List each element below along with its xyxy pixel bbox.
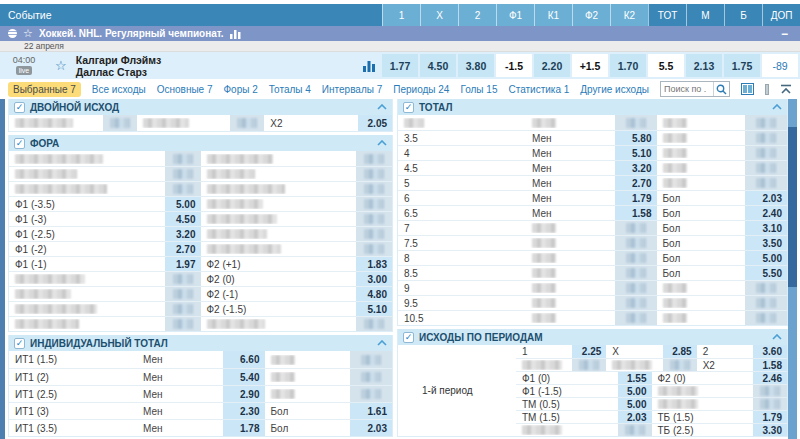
odd-value[interactable]: [745, 296, 787, 310]
odd-value[interactable]: [103, 115, 137, 131]
odd-value[interactable]: [356, 167, 392, 181]
odd-value[interactable]: [165, 272, 201, 286]
odd-value[interactable]: 4.80: [356, 287, 392, 301]
chevron-up-icon[interactable]: [377, 104, 387, 110]
match-odd-cell[interactable]: 4.50: [420, 54, 456, 77]
match-odd-cell[interactable]: -1.5: [496, 54, 532, 77]
odd-value[interactable]: 2.25: [572, 345, 606, 358]
odd-value[interactable]: [745, 176, 787, 190]
odd-value[interactable]: 5.80: [615, 131, 657, 145]
odd-value[interactable]: 2.70: [615, 176, 657, 190]
odd-value[interactable]: 2.30: [223, 403, 265, 419]
odd-value[interactable]: [615, 281, 657, 295]
match-teams[interactable]: Калгари Флэймз Даллас Старз: [76, 54, 162, 78]
search-icon[interactable]: [713, 82, 729, 96]
odd-value[interactable]: 3.20: [615, 161, 657, 175]
odd-value[interactable]: 6.60: [223, 351, 265, 368]
odd-value[interactable]: [618, 424, 652, 436]
odd-value[interactable]: [356, 227, 392, 241]
odd-value[interactable]: [572, 359, 606, 371]
odd-value[interactable]: [615, 236, 657, 250]
odd-value[interactable]: [745, 281, 787, 295]
odd-value[interactable]: 3.20: [165, 227, 201, 241]
odd-value[interactable]: [615, 266, 657, 280]
odd-value[interactable]: 5.50: [745, 266, 787, 280]
odd-value[interactable]: [350, 351, 392, 368]
match-odd-cell[interactable]: 5.5: [648, 54, 684, 77]
odd-value[interactable]: 3.10: [745, 221, 787, 235]
odd-value[interactable]: 5.10: [615, 146, 657, 160]
odd-value[interactable]: 1.79: [615, 191, 657, 205]
match-row[interactable]: 04:00 live ☆ Калгари Флэймз Даллас Старз…: [0, 52, 800, 79]
section-checkbox[interactable]: ✓: [14, 102, 25, 113]
odd-value[interactable]: 3.00: [356, 272, 392, 286]
scrollbar-thumb[interactable]: [788, 127, 797, 287]
odd-value[interactable]: [350, 369, 392, 385]
odd-value[interactable]: 1.79: [753, 411, 787, 423]
league-favorite-star-icon[interactable]: ☆: [23, 28, 33, 39]
odd-value[interactable]: [165, 182, 201, 196]
odd-value[interactable]: [356, 197, 392, 211]
odd-value[interactable]: 5.00: [618, 398, 652, 410]
odd-value[interactable]: [615, 311, 657, 325]
odd-value[interactable]: [753, 398, 787, 410]
match-stats-icon[interactable]: [363, 60, 375, 72]
odd-value[interactable]: [356, 212, 392, 226]
odd-value[interactable]: 1.83: [356, 257, 392, 271]
match-odd-cell[interactable]: 2.13: [686, 54, 722, 77]
odd-value[interactable]: [356, 317, 392, 331]
chevron-up-icon[interactable]: [772, 104, 782, 110]
section-checkbox[interactable]: ✓: [403, 102, 414, 113]
odd-value[interactable]: 4.50: [165, 212, 201, 226]
odd-value[interactable]: [615, 296, 657, 310]
odd-value[interactable]: 2.46: [753, 372, 787, 384]
odd-value[interactable]: 1.61: [350, 403, 392, 419]
odd-value[interactable]: [165, 302, 201, 316]
odd-value[interactable]: 3.30: [753, 424, 787, 436]
odd-value[interactable]: [663, 359, 697, 371]
chevron-up-icon[interactable]: [772, 334, 782, 340]
odd-value[interactable]: [350, 386, 392, 402]
odd-value[interactable]: 1.97: [165, 257, 201, 271]
odd-value[interactable]: [356, 242, 392, 256]
match-odd-cell[interactable]: +1.5: [572, 54, 608, 77]
match-odd-cell[interactable]: 2.20: [534, 54, 570, 77]
odd-value[interactable]: 1.58: [753, 359, 787, 371]
match-odd-cell[interactable]: 1.77: [382, 54, 418, 77]
odd-value[interactable]: 1.58: [615, 206, 657, 220]
odd-value[interactable]: 5.10: [356, 302, 392, 316]
odd-value[interactable]: [745, 146, 787, 160]
search-input[interactable]: [661, 84, 713, 94]
odd-value[interactable]: [165, 167, 201, 181]
market-tab[interactable]: Основные 7: [157, 84, 213, 95]
odd-value[interactable]: [753, 385, 787, 397]
match-odd-cell[interactable]: 1.70: [610, 54, 646, 77]
two-column-view-icon[interactable]: [741, 83, 754, 95]
odd-value[interactable]: 2.90: [223, 386, 265, 402]
match-favorite-star-icon[interactable]: ☆: [55, 59, 67, 72]
section-checkbox[interactable]: ✓: [403, 332, 414, 343]
odd-value[interactable]: [615, 221, 657, 235]
section-checkbox[interactable]: ✓: [14, 138, 25, 149]
odd-value[interactable]: 3.60: [753, 345, 787, 358]
odd-value[interactable]: 2.03: [618, 411, 652, 423]
odd-value[interactable]: [356, 151, 392, 166]
market-tab[interactable]: Форы 2: [224, 84, 258, 95]
odd-value[interactable]: 1.55: [618, 372, 652, 384]
market-tab[interactable]: Периоды 24: [393, 84, 449, 95]
other-outcomes-link[interactable]: Другие исходы: [580, 84, 649, 95]
match-odd-cell[interactable]: 1.75: [724, 54, 760, 77]
odd-value[interactable]: 5.00: [618, 385, 652, 397]
scrollbar[interactable]: [788, 99, 797, 439]
odd-value[interactable]: [165, 151, 201, 166]
odd-value[interactable]: [615, 251, 657, 265]
odd-value[interactable]: 2.05: [358, 115, 392, 131]
odd-value[interactable]: 3.50: [745, 236, 787, 250]
odd-value[interactable]: [745, 131, 787, 145]
market-tab[interactable]: Все исходы: [92, 84, 146, 95]
market-tab[interactable]: Выбранные 7: [8, 82, 81, 97]
market-tab[interactable]: Интервалы 7: [322, 84, 382, 95]
odd-value[interactable]: [230, 115, 264, 131]
chevron-up-icon[interactable]: [377, 140, 387, 146]
odd-value[interactable]: [356, 182, 392, 196]
